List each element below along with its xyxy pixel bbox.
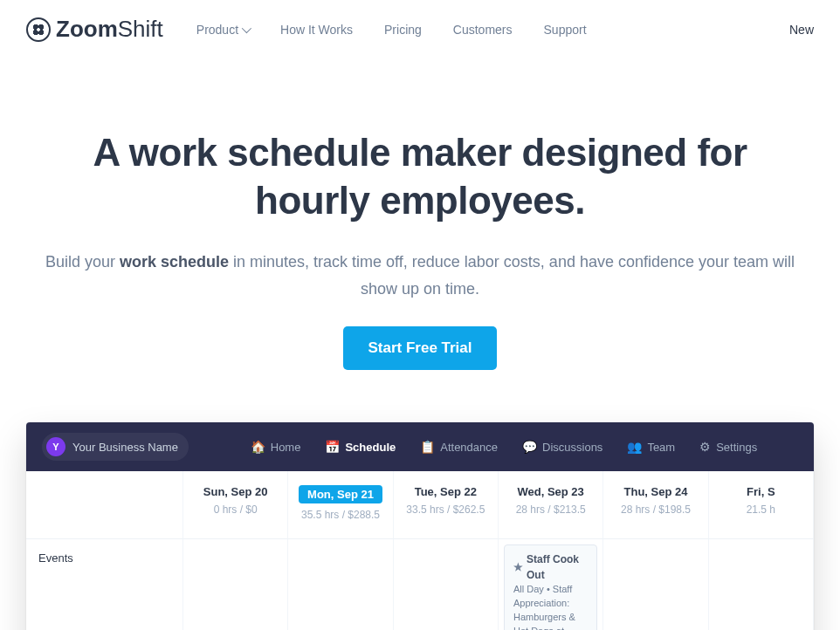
events-cell-tue[interactable]: [394, 539, 499, 630]
top-nav: ZoomShift Product How It Works Pricing C…: [0, 0, 840, 58]
business-badge[interactable]: Y Your Business Name: [42, 433, 189, 461]
events-cell-mon[interactable]: [288, 539, 393, 630]
day-head-thu[interactable]: Thu, Sep 24 28 hrs / $198.5: [603, 471, 708, 539]
nav-how-it-works[interactable]: How It Works: [280, 23, 353, 37]
home-icon: 🏠: [251, 440, 265, 454]
business-name: Your Business Name: [72, 441, 178, 454]
events-row-label: Events: [26, 539, 183, 630]
brand-bold: Zoom: [56, 16, 118, 42]
gear-icon: ⚙: [699, 440, 711, 454]
chat-icon: 💬: [522, 440, 537, 454]
nav-pricing[interactable]: Pricing: [384, 23, 422, 37]
avatar: Y: [46, 437, 65, 456]
appnav-home[interactable]: 🏠Home: [251, 440, 301, 454]
day-head-wed[interactable]: Wed, Sep 23 28 hrs / $213.5: [499, 471, 603, 539]
day-head-tue[interactable]: Tue, Sep 22 33.5 hrs / $262.5: [394, 471, 499, 539]
clipboard-icon: 📋: [420, 440, 435, 454]
hero-title: A work schedule maker designed for hourl…: [35, 128, 805, 224]
calendar-icon: 📅: [325, 440, 340, 454]
appnav-attendance[interactable]: 📋Attendance: [420, 440, 498, 454]
app-nav: 🏠Home 📅Schedule 📋Attendance 💬Discussions…: [251, 440, 757, 454]
logo-icon: [26, 17, 51, 42]
schedule-grid: Sun, Sep 20 0 hrs / $0 Mon, Sep 21 35.5 …: [26, 471, 814, 630]
events-cell-wed[interactable]: ★Staff Cook Out All Day • Staff Apprecia…: [499, 539, 603, 630]
corner-cell: [26, 471, 183, 539]
nav-product[interactable]: Product: [196, 23, 249, 37]
day-head-sun[interactable]: Sun, Sep 20 0 hrs / $0: [183, 471, 288, 539]
nav-right-partial[interactable]: New: [789, 23, 814, 37]
app-bar: Y Your Business Name 🏠Home 📅Schedule 📋At…: [26, 422, 814, 471]
chevron-down-icon: [242, 23, 251, 32]
events-cell-sun[interactable]: [183, 539, 288, 630]
appnav-team[interactable]: 👥Team: [627, 440, 675, 454]
day-head-fri[interactable]: Fri, S 21.5 h: [709, 471, 814, 539]
nav-links: Product How It Works Pricing Customers S…: [188, 23, 587, 37]
appnav-discussions[interactable]: 💬Discussions: [522, 440, 602, 454]
events-cell-thu[interactable]: [603, 539, 708, 630]
hero-subtitle: Build your work schedule in minutes, tra…: [35, 249, 805, 302]
appnav-schedule[interactable]: 📅Schedule: [325, 440, 396, 454]
event-card[interactable]: ★Staff Cook Out All Day • Staff Apprecia…: [504, 544, 597, 630]
nav-support[interactable]: Support: [544, 23, 587, 37]
app-preview: Y Your Business Name 🏠Home 📅Schedule 📋At…: [26, 422, 814, 630]
brand-light: Shift: [118, 16, 163, 42]
events-cell-fri[interactable]: [709, 539, 814, 630]
logo[interactable]: ZoomShift: [26, 16, 163, 43]
hero: A work schedule maker designed for hourl…: [0, 58, 840, 405]
star-icon: ★: [513, 560, 523, 575]
start-free-trial-button[interactable]: Start Free Trial: [343, 326, 496, 370]
day-head-mon[interactable]: Mon, Sep 21 35.5 hrs / $288.5: [288, 471, 393, 539]
appnav-settings[interactable]: ⚙Settings: [699, 440, 757, 454]
team-icon: 👥: [627, 440, 642, 454]
nav-customers[interactable]: Customers: [453, 23, 513, 37]
